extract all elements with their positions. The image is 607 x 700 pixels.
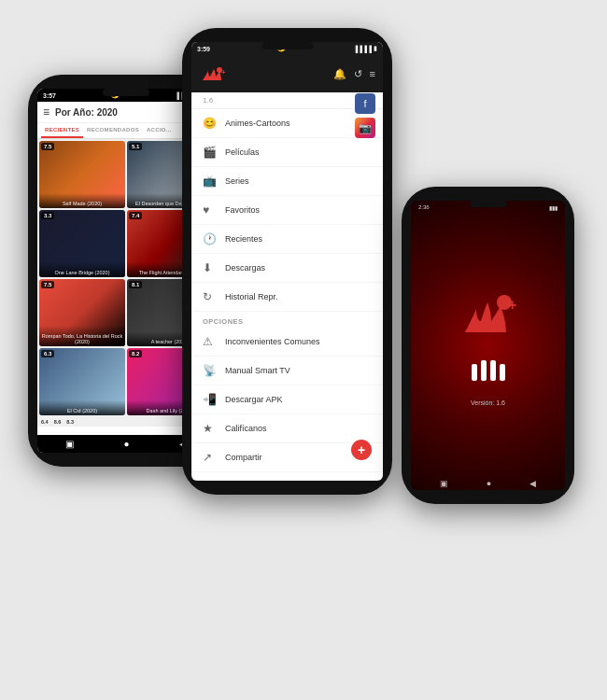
menu-inconvenientes[interactable]: ⚠ Inconvenientes Comunes — [191, 328, 383, 357]
rating-8: 8.2 — [129, 350, 142, 357]
loading-bars — [472, 360, 505, 381]
right-logo: + — [456, 286, 521, 342]
rating-5: 7.5 — [41, 281, 54, 288]
facebook-icon: f — [363, 98, 366, 109]
rating-3: 3.3 — [41, 212, 54, 219]
options-section-header: Opciones — [191, 312, 383, 328]
recientes-label: Recientes — [225, 234, 262, 244]
animes-label: Animes-Cartoons — [225, 119, 290, 128]
calificanos-label: Califícanos — [225, 424, 267, 433]
back-icon-r[interactable]: ◀ — [529, 479, 536, 488]
home-icon-r[interactable]: ▣ — [440, 479, 448, 488]
menu-calificanos[interactable]: ★ Califícanos — [191, 414, 383, 443]
title-1: Self Made (2020) — [39, 193, 125, 208]
social-buttons: f 📷 — [355, 93, 375, 138]
title-7: El Cid (2020) — [39, 400, 125, 415]
home-icon[interactable]: ▣ — [65, 439, 74, 449]
time-left: 3:57 — [43, 92, 56, 99]
menu-peliculas[interactable]: 🎬 Películas — [191, 138, 383, 167]
compartir-label: Compartir — [225, 453, 262, 462]
notch — [103, 89, 149, 96]
inconvenientes-label: Inconvenientes Comunes — [225, 337, 320, 346]
tab-recomendados[interactable]: RECOMENDADOS — [83, 123, 143, 138]
favoritos-label: Favoritos — [225, 205, 260, 215]
historial-label: Historial Repr. — [225, 292, 278, 301]
inconvenientes-icon: ⚠ — [203, 335, 218, 348]
battery-m: ▮ — [374, 45, 377, 52]
movie-card-5[interactable]: 7.5 Rompan Todo, La Historia del Rock (2… — [39, 279, 125, 346]
favoritos-icon: ♥ — [203, 203, 218, 217]
header-icons: 🔔 ↺ ≡ — [333, 68, 375, 80]
instagram-button[interactable]: 📷 — [355, 118, 375, 138]
refresh-icon[interactable]: ↺ — [354, 68, 362, 80]
menu-recientes[interactable]: 🕐 Recientes — [191, 225, 383, 254]
series-label: Series — [225, 176, 249, 186]
notch-right — [470, 201, 507, 207]
tab-recientes[interactable]: RECIENTES — [41, 123, 83, 138]
middle-app-header: + 🔔 ↺ ≡ — [191, 55, 383, 92]
movie-card-3[interactable]: 3.3 One Lane Bridge (2020) — [39, 210, 125, 277]
menu-series[interactable]: 📺 Series — [191, 167, 383, 196]
tab-accio[interactable]: ACCIO... — [143, 123, 176, 138]
title-3: One Lane Bridge (2020) — [39, 262, 125, 277]
peliculas-icon: 🎬 — [203, 146, 218, 159]
hamburger-menu[interactable]: ≡ — [43, 105, 49, 119]
svg-text:+: + — [221, 68, 225, 77]
calificanos-icon: ★ — [203, 422, 218, 435]
rating-4: 7.4 — [129, 212, 142, 219]
bar-2 — [481, 360, 487, 381]
page-title-left: Por Año: 2020 — [55, 107, 198, 118]
title-5: Rompan Todo, La Historia del Rock (2020) — [39, 326, 125, 346]
rating-1: 7.5 — [41, 143, 54, 150]
circle-icon[interactable]: ● — [123, 439, 129, 449]
smarttv-icon: 📡 — [203, 364, 218, 377]
notch-middle — [261, 42, 313, 49]
battery-right: ▮▮▮ — [549, 204, 558, 211]
middle-phone: 3:59 🌙 ▐▐▐▐ ▮ + 🔔 ↺ — [182, 28, 392, 495]
plus-button[interactable]: + — [351, 440, 372, 460]
time-right: 2:36 — [418, 204, 430, 211]
right-phone: 2:36 ▮▮▮ + Versión: 1.6 ▣ ● ◀ — [402, 187, 574, 504]
time-middle: 3:59 — [197, 46, 210, 52]
rating-b3: 8.3 — [64, 418, 76, 426]
version-text: Versión: 1.6 — [471, 399, 505, 406]
rating-b1: 6.4 — [39, 418, 50, 426]
descargas-icon: ⬇ — [203, 261, 218, 274]
bottom-nav-right: ▣ ● ◀ — [420, 476, 556, 490]
instagram-icon: 📷 — [359, 122, 372, 134]
middle-phone-screen: 3:59 🌙 ▐▐▐▐ ▮ + 🔔 ↺ — [191, 42, 383, 481]
movie-card-7[interactable]: 6.3 El Cid (2020) — [39, 348, 125, 415]
rating-2: 5.1 — [129, 143, 142, 150]
signal-m: ▐▐▐▐ — [353, 46, 372, 52]
menu-descargas[interactable]: ⬇ Descargas — [191, 254, 383, 283]
rating-b2: 8.6 — [52, 418, 64, 426]
menu-historial[interactable]: ↻ Historial Repr. — [191, 283, 383, 312]
peliculas-label: Películas — [225, 147, 260, 157]
recientes-icon: 🕐 — [203, 232, 218, 245]
rating-7: 6.3 — [41, 350, 54, 357]
bar-1 — [472, 364, 477, 381]
apk-label: Descargar APK — [225, 395, 283, 404]
movie-card-1[interactable]: 7.5 Self Made (2020) — [39, 141, 125, 208]
side-menu: 1.6 😊 Animes-Cartoons 🎬 Películas 📺 Seri… — [191, 92, 383, 481]
bar-3 — [490, 360, 496, 381]
menu-favoritos[interactable]: ♥ Favoritos — [191, 196, 383, 225]
bar-4 — [500, 364, 505, 381]
notification-icon[interactable]: 🔔 — [333, 68, 346, 80]
menu-icon-m[interactable]: ≡ — [370, 68, 375, 79]
animes-icon: 😊 — [203, 117, 218, 130]
descargas-label: Descargas — [225, 263, 265, 273]
svg-text:+: + — [508, 297, 516, 313]
circle-icon-r[interactable]: ● — [487, 479, 491, 488]
menu-apk[interactable]: 📲 Descargar APK — [191, 385, 383, 414]
smarttv-label: Manual Smart TV — [225, 366, 290, 375]
logo: + — [199, 63, 225, 85]
series-icon: 📺 — [203, 175, 218, 188]
status-icons-m: ▐▐▐▐ ▮ — [353, 45, 377, 52]
logo-icon: + — [199, 63, 225, 85]
facebook-button[interactable]: f — [355, 93, 375, 114]
historial-icon: ↻ — [203, 290, 218, 303]
rating-6: 8.1 — [129, 281, 142, 288]
compartir-icon: ↗ — [203, 451, 218, 464]
menu-smarttv[interactable]: 📡 Manual Smart TV — [191, 357, 383, 385]
